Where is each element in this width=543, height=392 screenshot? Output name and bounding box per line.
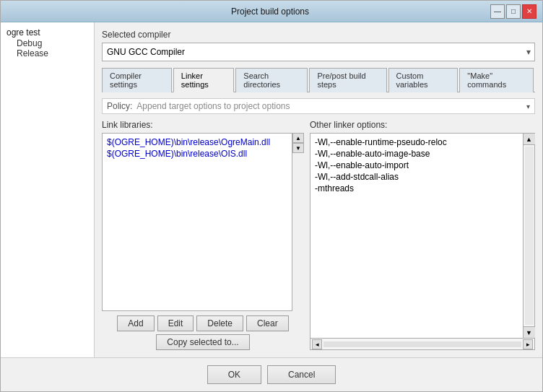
right-scroll-track xyxy=(525,147,534,325)
maximize-button[interactable]: □ xyxy=(506,4,521,19)
tab-make-commands[interactable]: "Make" commands xyxy=(459,68,534,92)
link-libraries-label: Link libraries: xyxy=(102,120,304,130)
delete-button[interactable]: Delete xyxy=(196,315,243,331)
hscroll-track xyxy=(323,341,521,347)
other-linker-textbox[interactable]: -Wl,--enable-runtime-pseudo-reloc -Wl,--… xyxy=(310,133,524,339)
cancel-button[interactable]: Cancel xyxy=(267,365,336,384)
other-linker-container: -Wl,--enable-runtime-pseudo-reloc -Wl,--… xyxy=(310,133,535,339)
left-vscroll: ▲ ▼ xyxy=(292,133,304,311)
right-hscroll: ◂ ▸ xyxy=(310,339,535,350)
policy-dropdown-icon[interactable]: ▾ xyxy=(526,103,530,110)
compiler-select[interactable]: GNU GCC Compiler xyxy=(102,43,535,61)
other-linker-label: Other linker options: xyxy=(310,120,535,130)
title-bar: Project build options — □ ✕ xyxy=(1,1,542,22)
add-button[interactable]: Add xyxy=(117,315,154,331)
sidebar-item-debug[interactable]: Debug xyxy=(5,38,90,48)
compiler-section: Selected compiler GNU GCC Compiler xyxy=(102,30,535,61)
sidebar: ogre test Debug Release xyxy=(1,22,95,357)
policy-bar: Policy: Append target options to project… xyxy=(102,98,535,114)
copy-selected-button[interactable]: Copy selected to... xyxy=(156,334,249,350)
sidebar-item-root[interactable]: ogre test xyxy=(5,27,90,38)
close-button[interactable]: ✕ xyxy=(522,4,537,19)
window-title: Project build options xyxy=(50,6,490,17)
linker-line: -Wl,--enable-runtime-pseudo-reloc xyxy=(313,136,520,148)
scroll-up-button[interactable]: ▲ xyxy=(292,133,304,143)
right-scroll-down-button[interactable]: ▼ xyxy=(524,326,535,338)
library-buttons: Add Edit Delete Clear xyxy=(102,315,304,331)
window-controls: — □ ✕ xyxy=(490,4,537,19)
tab-linker-settings[interactable]: Linker settings xyxy=(173,68,234,92)
ok-button[interactable]: OK xyxy=(207,365,261,384)
scroll-down-button[interactable]: ▼ xyxy=(292,143,304,153)
list-item[interactable]: $(OGRE_HOME)\bin\release\OIS.dll xyxy=(105,148,289,160)
tab-compiler-settings[interactable]: Compiler settings xyxy=(102,68,172,92)
tab-search-directories[interactable]: Search directories xyxy=(235,68,308,92)
policy-label: Policy: xyxy=(107,101,132,111)
tab-pre-post-build[interactable]: Pre/post build steps xyxy=(309,68,386,92)
edit-button[interactable]: Edit xyxy=(157,315,194,331)
right-panel: Other linker options: -Wl,--enable-runti… xyxy=(310,120,535,350)
linker-line: -Wl,--enable-auto-import xyxy=(313,160,520,171)
policy-value: Append target options to project options xyxy=(136,101,526,111)
link-libraries-listbox[interactable]: $(OGRE_HOME)\bin\release\OgreMain.dll $(… xyxy=(102,133,292,311)
compiler-select-wrapper: GNU GCC Compiler xyxy=(102,43,535,61)
main-panel: Selected compiler GNU GCC Compiler Compi… xyxy=(95,22,542,357)
content-area: ogre test Debug Release Selected compile… xyxy=(1,22,542,357)
minimize-button[interactable]: — xyxy=(490,4,505,19)
hscroll-right-button[interactable]: ▸ xyxy=(523,339,533,349)
right-vscroll: ▲ ▼ xyxy=(524,133,535,339)
footer-bar: OK Cancel xyxy=(1,357,542,391)
right-scroll-up-button[interactable]: ▲ xyxy=(524,134,535,145)
linker-line: -Wl,--enable-auto-image-base xyxy=(313,148,520,160)
linker-line: -Wl,--add-stdcall-alias xyxy=(313,171,520,183)
sidebar-item-release[interactable]: Release xyxy=(5,48,90,58)
copy-row: Copy selected to... xyxy=(102,334,304,350)
linker-line: -mthreads xyxy=(313,183,520,194)
left-panel: Link libraries: $(OGRE_HOME)\bin\release… xyxy=(102,120,304,350)
main-window: Project build options — □ ✕ ogre test De… xyxy=(0,0,543,392)
clear-button[interactable]: Clear xyxy=(246,315,289,331)
compiler-label: Selected compiler xyxy=(102,30,535,40)
tabs-bar: Compiler settings Linker settings Search… xyxy=(102,67,535,92)
hscroll-left-button[interactable]: ◂ xyxy=(312,339,322,349)
panels-row: Link libraries: $(OGRE_HOME)\bin\release… xyxy=(102,120,535,350)
list-item[interactable]: $(OGRE_HOME)\bin\release\OgreMain.dll xyxy=(105,136,289,148)
tab-custom-variables[interactable]: Custom variables xyxy=(388,68,459,92)
